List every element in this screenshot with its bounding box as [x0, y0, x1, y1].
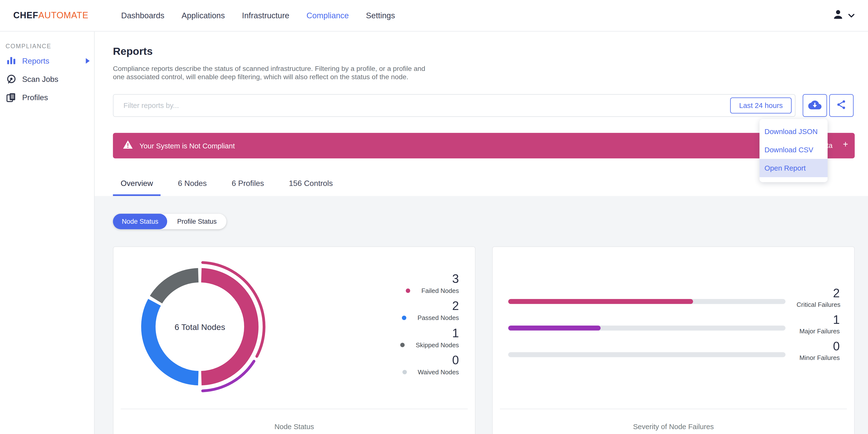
toggle-profile-status[interactable]: Profile Status — [167, 214, 226, 229]
person-icon — [832, 8, 844, 23]
critical-count: 2 — [797, 286, 840, 300]
menu-item-open-report[interactable]: Open Report — [760, 159, 828, 177]
waived-label: Waived Nodes — [418, 369, 459, 375]
severity-chart: 2 Critical Failures 1 Major Failures — [493, 247, 854, 361]
chevron-down-icon — [848, 10, 855, 21]
severity-row-major: 1 Major Failures — [508, 311, 840, 334]
download-button[interactable] — [803, 94, 827, 117]
major-bar-track — [508, 326, 785, 331]
menu-item-download-json[interactable]: Download JSON — [760, 122, 828, 141]
share-button[interactable] — [829, 94, 854, 117]
severity-row-minor: 0 Minor Failures — [508, 338, 840, 361]
time-range-button[interactable]: Last 24 hours — [731, 97, 792, 114]
critical-bar-fill — [508, 299, 693, 304]
severity-row-critical: 2 Critical Failures — [508, 285, 840, 308]
failed-count: 3 — [452, 272, 459, 286]
logo-automate: AUTOMATE — [38, 10, 88, 20]
overview-content: Node Status Profile Status 6 Total Nodes… — [95, 196, 868, 434]
tab-overview[interactable]: Overview — [113, 172, 161, 196]
nav-applications[interactable]: Applications — [182, 11, 225, 20]
bar-chart-icon — [6, 57, 17, 65]
node-status-legend: 3 Failed Nodes 2 Passed Nodes — [400, 272, 459, 380]
sidebar-item-reports[interactable]: Reports — [0, 52, 94, 70]
severity-card: 2 Critical Failures 1 Major Failures — [492, 246, 855, 434]
sidebar-item-scan-jobs[interactable]: Scan Jobs — [0, 70, 94, 88]
passed-label: Passed Nodes — [417, 315, 459, 321]
minor-count: 0 — [797, 339, 840, 353]
skipped-count: 1 — [452, 326, 459, 340]
user-menu[interactable] — [832, 8, 855, 23]
app-window: CHEFAUTOMATE Dashboards Applications Inf… — [0, 0, 868, 434]
minor-label: Minor Failures — [797, 354, 840, 361]
waived-count: 0 — [452, 353, 459, 367]
minor-bar-track — [508, 352, 785, 357]
cloud-download-icon — [808, 100, 822, 111]
severity-caption: Severity of Node Failures — [500, 409, 847, 431]
submenu-arrow-icon — [86, 58, 90, 63]
passed-count: 2 — [452, 299, 459, 313]
sidebar-item-label: Scan Jobs — [22, 74, 59, 83]
logo-chef: CHEF — [13, 10, 38, 20]
chef-automate-logo[interactable]: CHEFAUTOMATE — [13, 10, 89, 21]
page-title: Reports — [113, 45, 855, 58]
legend-item-passed: 2 Passed Nodes — [400, 299, 459, 321]
top-nav: Dashboards Applications Infrastructure C… — [104, 11, 395, 20]
node-status-donut-chart[interactable]: 6 Total Nodes — [125, 252, 275, 402]
filter-box: Last 24 hours — [113, 94, 796, 117]
legend-item-waived: 0 Waived Nodes — [400, 353, 459, 375]
share-icon — [836, 99, 847, 112]
sidebar-section-label: COMPLIANCE — [0, 43, 94, 52]
toggle-node-status[interactable]: Node Status — [113, 214, 167, 229]
export-dropdown-menu: Download JSON Download CSV Open Report — [760, 119, 828, 182]
node-status-card: 6 Total Nodes 3 Failed Nodes — [113, 246, 475, 434]
nav-settings[interactable]: Settings — [366, 11, 395, 20]
filter-toolbar: Last 24 hours — [113, 94, 855, 117]
tab-nodes[interactable]: 6 Nodes — [170, 172, 214, 196]
sidebar-item-label: Profiles — [22, 93, 48, 102]
skipped-label: Skipped Nodes — [415, 342, 459, 348]
nav-compliance[interactable]: Compliance — [307, 11, 349, 20]
nav-dashboards[interactable]: Dashboards — [121, 11, 164, 20]
page-description: Compliance reports describe the status o… — [113, 65, 855, 81]
major-label: Major Failures — [797, 328, 840, 334]
warning-triangle-icon — [123, 140, 133, 151]
report-tabs: Overview 6 Nodes 6 Profiles 156 Controls — [113, 172, 855, 196]
radar-icon — [6, 73, 17, 84]
sidebar-item-profiles[interactable]: Profiles — [0, 88, 94, 106]
node-status-caption: Node Status — [121, 409, 468, 431]
tab-profiles[interactable]: 6 Profiles — [224, 172, 272, 196]
legend-item-skipped: 1 Skipped Nodes — [400, 326, 459, 348]
nav-infrastructure[interactable]: Infrastructure — [242, 11, 289, 20]
critical-label: Critical Failures — [797, 301, 840, 308]
failed-dot-icon — [406, 288, 410, 293]
major-bar-fill — [508, 326, 600, 331]
app-header: CHEFAUTOMATE Dashboards Applications Inf… — [0, 0, 868, 32]
main-content: Reports Compliance reports describe the … — [95, 32, 868, 434]
filter-reports-input[interactable] — [124, 101, 731, 110]
status-toggle: Node Status Profile Status — [113, 214, 227, 229]
menu-item-download-csv[interactable]: Download CSV — [760, 141, 828, 159]
skipped-dot-icon — [400, 343, 405, 347]
sidebar-item-label: Reports — [22, 56, 49, 65]
legend-item-failed: 3 Failed Nodes — [400, 272, 459, 294]
tab-controls[interactable]: 156 Controls — [281, 172, 341, 196]
waived-dot-icon — [402, 370, 407, 374]
passed-dot-icon — [402, 316, 406, 320]
banner-plus-button[interactable]: + — [843, 140, 848, 150]
compliance-banner: Your System is Not Compliant ta + — [113, 133, 855, 158]
documents-icon — [6, 92, 17, 102]
sidebar: COMPLIANCE Reports Scan Jobs Profiles — [0, 32, 95, 434]
banner-message: Your System is Not Compliant — [140, 142, 235, 150]
donut-center-label: 6 Total Nodes — [125, 252, 275, 402]
critical-bar-track — [508, 299, 785, 304]
major-count: 1 — [797, 313, 840, 327]
failed-label: Failed Nodes — [422, 287, 459, 294]
